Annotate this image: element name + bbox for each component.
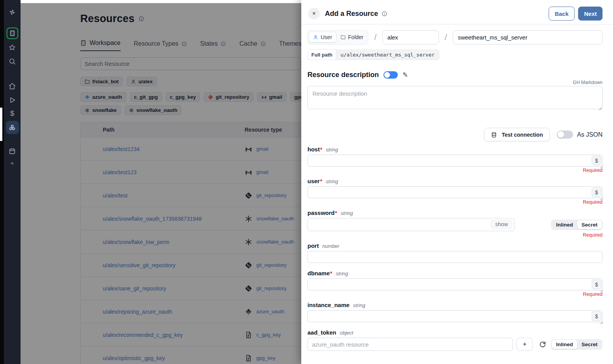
pencil-icon[interactable]: ✎ (402, 71, 408, 79)
owner-kind-folder[interactable]: Folder (337, 32, 368, 42)
dbname-input[interactable] (307, 278, 603, 290)
owner-kind-user[interactable]: User (309, 32, 337, 43)
field-type: string (326, 179, 338, 184)
path-separator: / (445, 33, 447, 42)
field-name: dbname (307, 270, 330, 276)
password-input[interactable] (307, 218, 515, 231)
field-type: number (322, 243, 339, 249)
full-path-value: u/alex/sweetheart_ms_sql_server (336, 50, 439, 60)
owner-kind-toggle: User Folder (307, 30, 368, 45)
add-resource-plus-button[interactable]: + (516, 338, 533, 351)
required-note: Required (307, 199, 603, 205)
close-icon[interactable]: × (308, 8, 320, 19)
app: $ + Resources (0, 0, 613, 364)
sidebar-item-resources-active[interactable] (4, 121, 21, 134)
plus-glyph: + (10, 160, 14, 167)
field-password: password * string show Inlined Secret Re… (307, 209, 603, 238)
inlined-option[interactable]: Inlined (552, 340, 577, 349)
person-icon (313, 34, 318, 40)
windmill-logo-icon[interactable] (4, 7, 21, 17)
field-port: port number (307, 242, 603, 263)
required-note: Required (307, 232, 603, 238)
owner-name-input[interactable] (382, 30, 439, 45)
as-json-toggle[interactable] (557, 130, 573, 139)
next-button[interactable]: Next (578, 7, 603, 21)
host-input[interactable] (307, 155, 603, 167)
schedules-calendar-icon[interactable] (4, 146, 21, 156)
secret-option[interactable]: Secret (577, 220, 602, 229)
main-content: Resources Workspace Resource Types (21, 0, 301, 364)
gh-markdown-hint: GH Markdown (307, 80, 603, 85)
add-resource-drawer: × Add a Resource Back Next User (301, 0, 613, 364)
create-plus-icon[interactable]: + (4, 160, 21, 167)
description-textarea[interactable] (307, 86, 603, 109)
secret-option[interactable]: Secret (577, 340, 602, 349)
field-name: password (307, 209, 335, 216)
test-connection-label: Test connection (502, 132, 543, 138)
show-password-button[interactable]: show (491, 220, 512, 228)
full-path-label: Full path (308, 50, 336, 60)
required-note: Required (307, 292, 603, 297)
refresh-icon[interactable] (539, 341, 546, 348)
drawer-body: User Folder / / Full path u/alex/sweethe… (301, 24, 613, 364)
owner-kind-label: Folder (348, 34, 364, 40)
field-type: string (336, 271, 348, 276)
field-type: string (326, 147, 338, 153)
path-separator: / (374, 33, 376, 42)
dollar-glyph: $ (10, 110, 14, 117)
field-type: string (340, 210, 353, 216)
owner-kind-label: User (321, 34, 332, 40)
building-icon (7, 27, 18, 39)
window-edge (0, 0, 4, 364)
field-dbname: dbname * string $ Required (307, 270, 603, 297)
database-icon (491, 132, 497, 138)
description-heading: Resource description (307, 71, 379, 79)
field-name: aad_token (307, 329, 336, 336)
required-asterisk: * (335, 210, 337, 216)
full-path: Full path u/alex/sweetheart_ms_sql_serve… (307, 50, 439, 60)
inlined-option[interactable]: Inlined (552, 220, 577, 229)
field-name: instance_name (307, 302, 349, 308)
search-icon[interactable] (4, 57, 21, 66)
resource-name-input[interactable] (453, 30, 603, 45)
user-input[interactable] (307, 186, 603, 198)
folder-icon (340, 34, 346, 40)
runs-play-icon[interactable] (4, 95, 21, 105)
aad-token-storage-toggle: Inlined Secret (551, 339, 603, 350)
field-type: string (353, 302, 365, 308)
variable-picker-button[interactable]: $ (592, 311, 601, 321)
description-toggle[interactable] (383, 71, 398, 79)
sidebar: $ + (4, 0, 21, 364)
field-name: port (307, 242, 319, 249)
password-storage-toggle: Inlined Secret (551, 220, 603, 230)
variable-picker-button[interactable]: $ (592, 187, 601, 197)
variables-dollar-icon[interactable]: $ (4, 109, 21, 118)
info-icon[interactable] (382, 11, 387, 17)
required-note: Required (307, 168, 603, 173)
required-asterisk: * (320, 146, 322, 153)
window-edge-notch (0, 108, 2, 141)
port-input[interactable] (307, 251, 603, 263)
test-connection-button[interactable]: Test connection (484, 128, 550, 141)
required-asterisk: * (320, 178, 322, 184)
variable-picker-button[interactable]: $ (592, 156, 601, 165)
field-user: user * string $ Required (307, 178, 603, 205)
field-name: host (307, 146, 320, 153)
resources-boxes-icon (6, 121, 19, 134)
field-instance-name: instance_name string $ (307, 302, 603, 322)
as-json-label: As JSON (577, 131, 603, 138)
modal-dim-overlay (21, 3, 301, 364)
home-icon[interactable] (4, 81, 21, 91)
instance-name-input[interactable] (307, 310, 603, 322)
drawer-header: × Add a Resource Back Next (301, 0, 613, 24)
required-asterisk: * (330, 270, 332, 276)
sidebar-item-workspace[interactable] (4, 27, 21, 39)
variable-picker-button[interactable]: $ (592, 280, 601, 289)
back-button[interactable]: Back (549, 7, 575, 21)
field-host: host * string $ Required (307, 146, 603, 173)
field-name: user (307, 178, 320, 184)
favorites-star-icon[interactable] (4, 43, 21, 52)
aad-token-resource-input[interactable] (307, 338, 513, 351)
field-type: object (340, 330, 353, 336)
field-aad-token: aad_token object + Inlined Secret (307, 329, 603, 351)
